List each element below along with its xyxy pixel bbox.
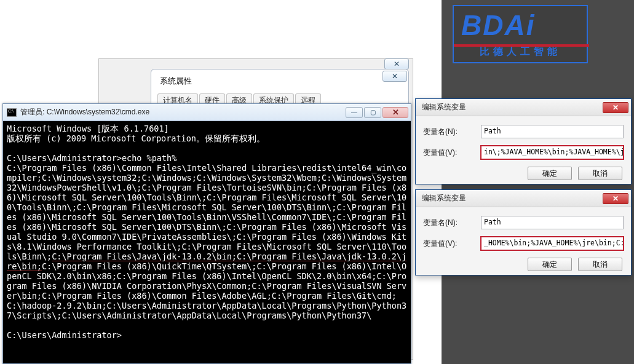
system-properties-dialog: ✕ 系统属性 计算机名 硬件 高级 系统保护 远程 [151, 69, 409, 106]
dialog-title: 编辑系统变量 [422, 193, 603, 204]
edit-env-var-dialog-2: 编辑系统变量 ✕ 变量名(N): Path 变量值(V): _HOME%\bin… [415, 189, 632, 275]
logo-underline [454, 44, 589, 47]
ok-button[interactable]: 确定 [528, 258, 572, 271]
cmd-path-pre: C:\Program Files (x86)\Common Files\Inte… [7, 163, 406, 261]
var-value-input[interactable]: in\;%JAVA_HOME%\bin;%JAVA_HOME%\jre\ [481, 146, 624, 159]
close-button[interactable]: ✕ [603, 193, 628, 204]
dialog-title: 系统属性 [151, 69, 408, 92]
cmd-path-post: C:\Program Files (x86)\QuickTime\QTSyste… [7, 261, 406, 320]
cmd-icon [7, 108, 17, 117]
cmd-line-copyright: 版权所有 (c) 2009 Microsoft Corporation。保留所有… [7, 133, 265, 143]
close-icon[interactable]: ✕ [382, 71, 407, 82]
var-name-input[interactable]: Path [481, 125, 624, 138]
cmd-prompt-2: C:\Users\Administrator> [7, 330, 122, 340]
var-name-input[interactable]: Path [481, 216, 624, 229]
maximize-button[interactable]: ▢ [364, 107, 381, 118]
cancel-button[interactable]: 取消 [578, 167, 622, 180]
cmd-line-version: Microsoft Windows [版本 6.1.7601] [7, 124, 169, 133]
var-value-label: 变量值(V): [423, 148, 472, 158]
cmd-output[interactable]: Microsoft Windows [版本 6.1.7601] 版权所有 (c)… [3, 121, 411, 363]
logo-box: BDAi 比德人工智能 [453, 5, 588, 63]
edit-env-var-dialog-1: 编辑系统变量 ✕ 变量名(N): Path 变量值(V): in\;%JAVA_… [415, 98, 632, 184]
cmd-prompt-1: C:\Users\Administrator>echo %path% [7, 153, 176, 163]
cancel-button[interactable]: 取消 [578, 258, 622, 271]
cmd-titlebar[interactable]: 管理员: C:\Windows\system32\cmd.exe — ▢ ✕ [3, 104, 411, 121]
var-name-label: 变量名(N): [423, 218, 472, 228]
logo-text: BDAi [454, 6, 587, 42]
dialog-titlebar[interactable]: 编辑系统变量 ✕ [416, 190, 631, 207]
var-value-input[interactable]: _HOME%\bin;%JAVA_HOME%\jre\bin;C:\Pr [481, 237, 624, 250]
minimize-button[interactable]: — [346, 107, 363, 118]
logo-cn: 比德人工智能 [454, 46, 587, 58]
close-button[interactable]: ✕ [382, 107, 408, 118]
close-button[interactable]: ✕ [603, 102, 628, 113]
cmd-title: 管理员: C:\Windows\system32\cmd.exe [20, 107, 346, 117]
cmd-window: 管理员: C:\Windows\system32\cmd.exe — ▢ ✕ M… [2, 103, 411, 364]
close-icon[interactable]: ✕ [384, 58, 409, 69]
var-value-label: 变量值(V): [423, 239, 472, 249]
dialog-titlebar[interactable]: 编辑系统变量 ✕ [416, 99, 631, 116]
var-name-label: 变量名(N): [423, 127, 472, 137]
dialog-title: 编辑系统变量 [422, 102, 603, 113]
ok-button[interactable]: 确定 [528, 167, 572, 180]
